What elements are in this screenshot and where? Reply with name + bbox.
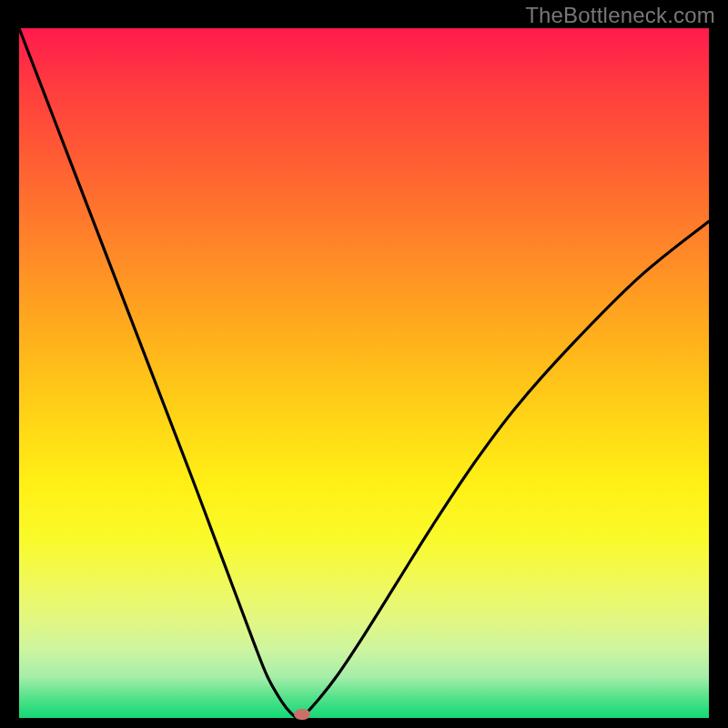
bottleneck-curve: [19, 28, 709, 718]
curve-svg: [19, 28, 709, 718]
watermark-text: TheBottleneck.com: [525, 3, 715, 28]
plot-area: [19, 28, 709, 718]
chart-frame: TheBottleneck.com: [0, 0, 728, 728]
minimum-marker: [294, 709, 310, 720]
